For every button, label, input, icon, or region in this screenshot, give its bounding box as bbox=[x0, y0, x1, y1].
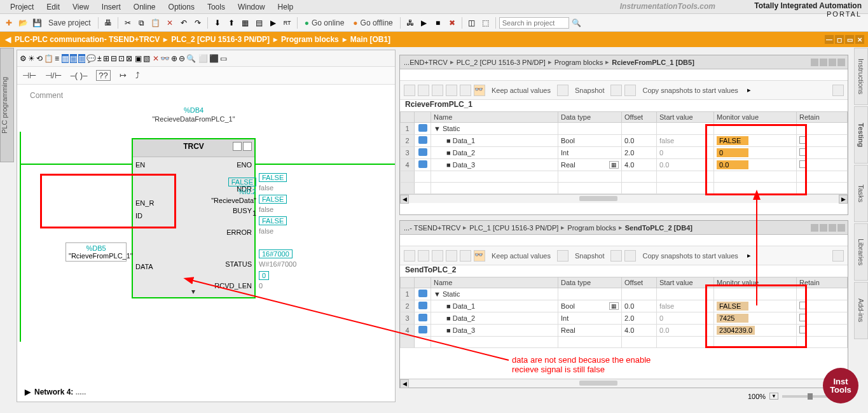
copy-icon[interactable]: ⧉ bbox=[135, 17, 148, 29]
keep-actual-button[interactable]: Keep actual values bbox=[492, 87, 551, 94]
fbd-trcv-block[interactable]: TRCV EN EN_R ID DATA ENO NDR BUSY ERROR … bbox=[132, 138, 256, 298]
menu-help[interactable]: Help bbox=[272, 1, 300, 13]
undo-icon[interactable]: ↶ bbox=[177, 17, 190, 29]
p2-tool-icon[interactable] bbox=[446, 250, 457, 262]
col-monitorvalue[interactable]: Monitor value bbox=[714, 277, 797, 288]
redo-icon[interactable]: ↷ bbox=[191, 17, 204, 29]
panel1-scrollbar[interactable]: ◀▶ bbox=[400, 194, 848, 203]
close-icon[interactable]: ✕ bbox=[855, 35, 864, 44]
table-row[interactable]: 1▼ Static bbox=[401, 288, 848, 300]
copy-snapshots-button[interactable]: Copy snapshots to start values bbox=[642, 252, 738, 260]
cross-ref-icon[interactable]: ✖ bbox=[446, 17, 458, 29]
col-datatype[interactable]: Data type bbox=[558, 277, 622, 288]
p1-tool-tail-icon[interactable] bbox=[832, 85, 844, 96]
et-icon[interactable]: ≡ bbox=[55, 54, 59, 63]
go-online-button[interactable]: ●Go online bbox=[301, 17, 348, 29]
et-icon[interactable]: ⊡ bbox=[118, 54, 125, 63]
min-icon[interactable]: — bbox=[825, 35, 834, 44]
contact-no-icon[interactable]: ⊣⊢ bbox=[22, 71, 36, 80]
box-icon[interactable]: ?? bbox=[96, 70, 110, 81]
p2-tool-icon[interactable] bbox=[460, 250, 471, 262]
p1-float-icon[interactable] bbox=[829, 59, 836, 66]
menu-tools[interactable]: Tools bbox=[201, 1, 231, 13]
max-icon[interactable]: ▭ bbox=[845, 35, 854, 44]
go-offline-button[interactable]: ●Go offline bbox=[349, 17, 396, 29]
rtab-tasks[interactable]: Tasks bbox=[854, 165, 868, 222]
col-datatype[interactable]: Data type bbox=[558, 112, 622, 123]
et-icon[interactable]: ⊖ bbox=[179, 54, 185, 63]
paste-icon[interactable]: 📋 bbox=[149, 17, 162, 29]
et-icon[interactable]: ⊠ bbox=[126, 54, 132, 63]
download-icon[interactable]: ⬇ bbox=[211, 17, 224, 29]
open-project-icon[interactable]: 📂 bbox=[17, 17, 29, 29]
split-h-icon[interactable]: ◫ bbox=[465, 17, 478, 29]
branch2-icon[interactable]: ⤴ bbox=[135, 71, 140, 80]
p2-tool-icon[interactable] bbox=[404, 250, 415, 262]
et-icon[interactable]: ⊕ bbox=[171, 54, 177, 63]
et-icon[interactable]: ⚙ bbox=[20, 54, 27, 63]
left-tab-plc-programming[interactable]: PLC programming bbox=[0, 48, 14, 162]
et-icon[interactable]: ± bbox=[97, 54, 102, 63]
split-v-icon[interactable]: ⬚ bbox=[479, 17, 492, 29]
table-row[interactable]: 2■ Data_1Bool ▦0.0falseFALSE bbox=[401, 300, 848, 312]
p1-tool-icon[interactable] bbox=[404, 85, 415, 96]
p2-min-icon[interactable] bbox=[811, 224, 818, 232]
stop-cpu-icon[interactable]: ■ bbox=[432, 17, 444, 29]
new-project-icon[interactable]: ✚ bbox=[3, 17, 15, 29]
copy-snap-icon2[interactable] bbox=[624, 85, 636, 96]
rtab-addins[interactable]: Add-ins bbox=[854, 282, 868, 339]
copy-snap-icon[interactable] bbox=[610, 85, 622, 96]
keep-actual-button[interactable]: Keep actual values bbox=[492, 252, 551, 260]
accessible-icon[interactable]: 🖧 bbox=[404, 17, 417, 29]
table-row[interactable]: 3■ Data_2Int2.007425 bbox=[401, 312, 848, 325]
monitor-glasses-icon[interactable]: 👓 bbox=[474, 85, 485, 96]
coil-icon[interactable]: –( )– bbox=[71, 71, 88, 80]
p2-bc0[interactable]: ...- TSEND+TRCV bbox=[404, 224, 460, 232]
compile-icon[interactable]: ▦ bbox=[239, 17, 252, 29]
type-picker-icon[interactable]: ▦ bbox=[609, 161, 619, 169]
et-icon[interactable]: ⬛ bbox=[209, 54, 219, 63]
simulate-icon[interactable]: ▶ bbox=[267, 17, 280, 29]
et-icon[interactable]: ⟲ bbox=[36, 54, 43, 63]
table-row[interactable]: 4■ Data_3Real4.00.02304239.0 bbox=[401, 325, 848, 337]
p1-min-icon[interactable] bbox=[811, 59, 818, 66]
p1-close-icon[interactable] bbox=[837, 59, 845, 66]
type-picker-icon[interactable]: ▦ bbox=[609, 302, 619, 310]
et-icon[interactable]: ▣ bbox=[135, 54, 142, 63]
col-offset[interactable]: Offset bbox=[622, 277, 657, 288]
p1-max-icon[interactable] bbox=[820, 59, 827, 66]
snapshot-button[interactable]: Snapshot bbox=[575, 252, 604, 260]
et-icon[interactable]: ▥ bbox=[78, 54, 85, 63]
copy-snapshots-button[interactable]: Copy snapshots to start values bbox=[642, 87, 738, 94]
p1-tool-icon[interactable] bbox=[432, 85, 443, 96]
retain-checkbox[interactable] bbox=[799, 136, 807, 144]
et-icon[interactable]: ☀ bbox=[28, 54, 35, 63]
snapshot-icon[interactable] bbox=[557, 85, 568, 96]
menu-insert[interactable]: Insert bbox=[95, 1, 127, 13]
hmi-icon[interactable]: RT bbox=[281, 17, 294, 29]
et-icon[interactable]: ⬜ bbox=[198, 54, 208, 63]
retain-checkbox[interactable] bbox=[799, 148, 807, 156]
col-monitorvalue[interactable]: Monitor value bbox=[714, 112, 797, 123]
p2-bc3[interactable]: SendToPLC_2 [DB4] bbox=[625, 224, 692, 232]
retain-checkbox[interactable] bbox=[799, 314, 807, 321]
p1-tool-icon[interactable] bbox=[460, 85, 471, 96]
p1-bc0[interactable]: ...END+TRCV bbox=[404, 59, 448, 66]
copy-snap-icon[interactable] bbox=[610, 250, 622, 262]
contact-nc-icon[interactable]: ⊣/⊢ bbox=[45, 71, 62, 80]
p2-tool-tail-icon[interactable] bbox=[832, 250, 844, 262]
et-icon[interactable]: 📋 bbox=[44, 54, 53, 63]
search-input[interactable] bbox=[499, 17, 569, 29]
p2-tool-icon[interactable] bbox=[418, 250, 429, 262]
et-icon[interactable]: 💬 bbox=[86, 54, 96, 63]
menu-window[interactable]: Window bbox=[231, 1, 272, 13]
col-startvalue[interactable]: Start value bbox=[657, 112, 714, 123]
p1-tool-icon[interactable] bbox=[446, 85, 457, 96]
p1-tool-icon[interactable] bbox=[418, 85, 429, 96]
menu-options[interactable]: Options bbox=[162, 1, 201, 13]
table-row[interactable]: 3■ Data_2Int2.000 bbox=[401, 147, 848, 159]
menu-edit[interactable]: Edit bbox=[40, 1, 66, 13]
rtab-instructions[interactable]: Instructions bbox=[854, 48, 868, 105]
menu-project[interactable]: Project bbox=[4, 1, 40, 13]
block-icon2[interactable] bbox=[243, 142, 252, 151]
